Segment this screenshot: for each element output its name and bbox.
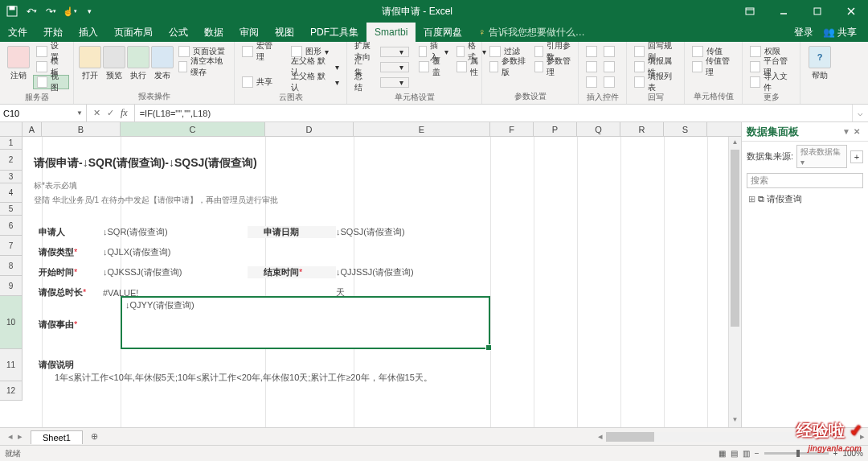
col-P[interactable]: P: [534, 122, 577, 136]
col-C[interactable]: C: [121, 122, 265, 136]
value-end[interactable]: ↓QJJSSJ(请假查询): [336, 266, 414, 278]
value-start[interactable]: ↓QJKSSJ(请假查询): [103, 266, 248, 278]
tree-item[interactable]: ⊞ ⧉ 请假查询: [742, 190, 868, 208]
col-B[interactable]: B: [42, 122, 121, 136]
clear-cache-item[interactable]: 清空本地缓存: [175, 60, 230, 74]
minimize-button[interactable]: [767, 0, 800, 23]
row-2[interactable]: 2: [0, 150, 23, 171]
ctrl4[interactable]: [600, 44, 618, 59]
tree-expand-icon[interactable]: ⊞: [748, 194, 758, 204]
scroll-up-icon[interactable]: ▲: [731, 138, 739, 148]
add-source-button[interactable]: +: [850, 150, 863, 163]
value-applicant[interactable]: ↓SQR(请假查询): [103, 226, 248, 238]
name-box[interactable]: C10▼: [0, 105, 87, 121]
hscroll-thumb[interactable]: [606, 432, 654, 442]
param-sort-item[interactable]: 参数排版: [486, 60, 530, 74]
ribbon-display-options-icon[interactable]: [733, 0, 767, 23]
save-icon[interactable]: [3, 2, 21, 20]
hx-list[interactable]: 填报列表: [631, 75, 680, 89]
src-dropdown[interactable]: 报表数据集 ▾: [796, 145, 847, 168]
undo-icon[interactable]: ↶▾: [23, 2, 40, 20]
row-6[interactable]: 6: [0, 216, 23, 236]
tab-file[interactable]: 文件: [0, 23, 35, 42]
ctrl3[interactable]: [583, 75, 600, 89]
new-sheet-button[interactable]: ⊕: [83, 431, 106, 442]
tab-view[interactable]: 视图: [267, 23, 302, 42]
hscroll-left-icon[interactable]: ◂: [595, 431, 606, 442]
col-E[interactable]: E: [354, 122, 490, 136]
row-10[interactable]: 10: [0, 296, 23, 349]
expand-formula-icon[interactable]: ⌵: [852, 105, 868, 121]
row-8[interactable]: 8: [0, 256, 23, 276]
ctrl2[interactable]: [583, 60, 600, 74]
macro-item[interactable]: 宏管理: [239, 44, 283, 59]
selected-cell[interactable]: ↓QJYY(请假查询): [121, 296, 490, 349]
row-4[interactable]: 4: [0, 183, 23, 203]
scroll-down-icon[interactable]: ▼: [731, 416, 739, 426]
cv-b[interactable]: 传值管理: [689, 60, 738, 74]
ctrl5[interactable]: [600, 60, 618, 74]
ctrl1[interactable]: [583, 44, 600, 59]
col-A[interactable]: A: [23, 122, 42, 136]
fx-icon[interactable]: fx: [121, 107, 128, 119]
row-1[interactable]: 1: [0, 137, 23, 150]
maximize-button[interactable]: [800, 0, 834, 23]
row-12[interactable]: 12: [0, 381, 23, 401]
col-S[interactable]: S: [664, 122, 707, 136]
row-5[interactable]: 5: [0, 203, 23, 216]
sheet-tab[interactable]: Sheet1: [31, 430, 83, 444]
param-mgr-item[interactable]: 参数管理: [531, 60, 575, 74]
tab-layout[interactable]: 页面布局: [106, 23, 161, 42]
formula-input[interactable]: =IF(L18="","",L18): [135, 105, 852, 121]
col-Q[interactable]: Q: [577, 122, 620, 136]
row-3[interactable]: 3: [0, 171, 23, 183]
signin-link[interactable]: 登录: [794, 26, 813, 39]
sheet-prev-icon[interactable]: ▸: [18, 431, 23, 442]
view-page-icon[interactable]: ▤: [731, 449, 738, 458]
row-7[interactable]: 7: [0, 236, 23, 256]
tab-insert[interactable]: 插入: [71, 23, 106, 42]
select-all-corner[interactable]: [0, 122, 23, 136]
qat-customize-icon[interactable]: ▾: [80, 2, 98, 20]
tab-home[interactable]: 开始: [35, 23, 71, 42]
tab-data[interactable]: 数据: [196, 23, 231, 42]
redo-icon[interactable]: ↷▾: [42, 2, 59, 20]
tab-review[interactable]: 审阅: [231, 23, 267, 42]
col-R[interactable]: R: [620, 122, 664, 136]
open-button[interactable]: 打开: [78, 44, 102, 81]
publish-button[interactable]: 发布: [150, 44, 174, 81]
import-item[interactable]: 导入文件: [747, 75, 796, 89]
view-normal-icon[interactable]: ▦: [719, 449, 726, 458]
help-button[interactable]: ?帮助: [805, 44, 835, 81]
close-button[interactable]: [834, 0, 868, 23]
logout-button[interactable]: 注销: [4, 44, 33, 81]
vertical-scrollbar[interactable]: ▲ ▼: [728, 137, 741, 427]
cover-item[interactable]: 覆盖: [416, 60, 452, 74]
tab-smartbi[interactable]: Smartbi: [366, 23, 416, 42]
view-break-icon[interactable]: ▥: [743, 449, 750, 458]
tab-formula[interactable]: 公式: [161, 23, 196, 42]
tab-baidu[interactable]: 百度网盘: [416, 23, 470, 42]
preview-button[interactable]: 预览: [102, 44, 126, 81]
panel-close-icon[interactable]: ✕: [854, 127, 863, 136]
panel-dropdown-icon[interactable]: ▼: [842, 127, 854, 136]
row-9[interactable]: 9: [0, 276, 23, 296]
zj-item[interactable]: 总结 ▾: [351, 75, 412, 89]
zoom-out-icon[interactable]: −: [755, 449, 760, 458]
top-parent-item[interactable]: 上父格 默认 ▾: [288, 75, 342, 89]
value-type[interactable]: ↓QJLX(请假查询): [103, 246, 170, 258]
execute-button[interactable]: 执行: [126, 44, 150, 81]
share-button[interactable]: 👥 共享: [823, 26, 857, 39]
value-date[interactable]: ↓SQSJ(请假查询): [336, 226, 405, 238]
col-F[interactable]: F: [490, 122, 534, 136]
col-D[interactable]: D: [265, 122, 354, 136]
touch-mode-icon[interactable]: ☝▾: [61, 2, 79, 20]
accept-formula-icon[interactable]: ✓: [107, 108, 114, 118]
ctrl6[interactable]: [600, 75, 618, 89]
search-input[interactable]: 搜索: [747, 173, 863, 188]
view-item[interactable]: 视图: [33, 75, 69, 89]
sheet-first-icon[interactable]: ◂: [8, 431, 13, 442]
share-item[interactable]: 共享: [239, 75, 283, 89]
row-11[interactable]: 11: [0, 349, 23, 381]
scroll-thumb[interactable]: [731, 150, 739, 327]
